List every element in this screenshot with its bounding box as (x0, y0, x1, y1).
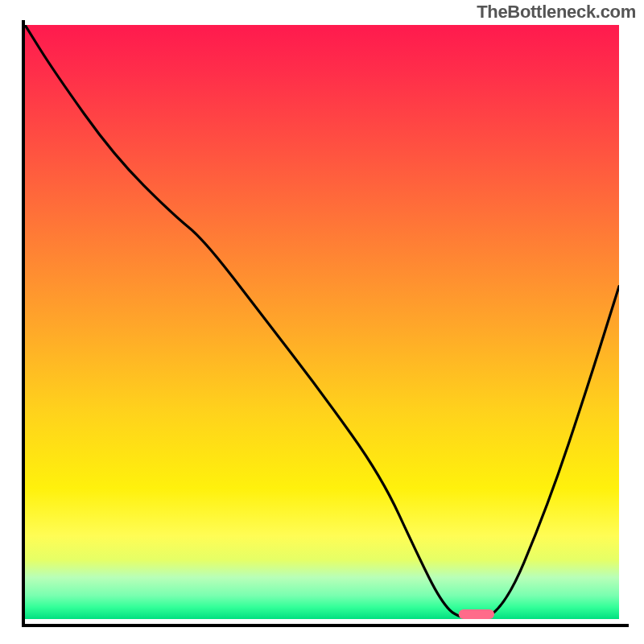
optimum-marker-pill (459, 609, 494, 619)
chart-frame: TheBottleneck.com (0, 0, 644, 644)
watermark-text: TheBottleneck.com (477, 2, 636, 23)
optimum-marker (25, 25, 619, 619)
